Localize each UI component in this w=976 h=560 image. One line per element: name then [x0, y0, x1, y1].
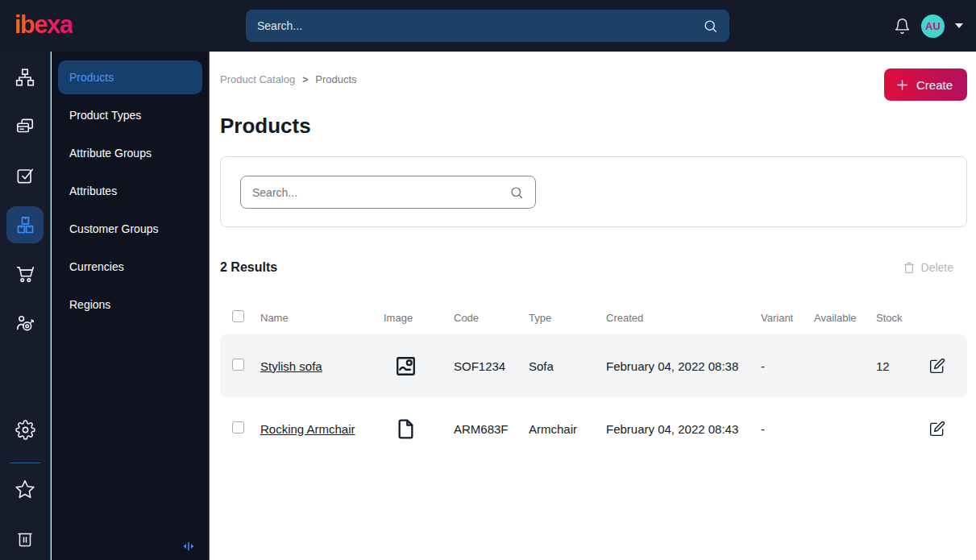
delete-button[interactable]: Delete [903, 261, 967, 274]
cart-icon [15, 263, 35, 284]
results-toolbar: 2 Results Delete [220, 255, 967, 280]
page-title: Products [220, 114, 967, 138]
table-header-row: Name Image Code Type Created Variant Ava… [220, 301, 967, 334]
bell-icon[interactable] [894, 18, 911, 35]
sidebar-item-product-types[interactable]: Product Types [58, 98, 202, 132]
gear-icon [15, 420, 35, 440]
breadcrumb-product-catalog[interactable]: Product Catalog [220, 73, 295, 85]
col-header-variant: Variant [761, 312, 814, 324]
table-row: Rocking Armchair ARM683F Armchair Februa… [220, 397, 967, 460]
row-checkbox[interactable] [232, 359, 244, 371]
results-count: 2 Results [220, 260, 277, 275]
table-row: Stylish sofa SOF1234 Sofa February 04, 2… [220, 334, 967, 397]
product-created: February 04, 2022 08:38 [606, 359, 761, 373]
edit-icon[interactable] [929, 358, 945, 374]
products-table: Name Image Code Type Created Variant Ava… [220, 301, 967, 460]
col-header-name: Name [260, 312, 384, 324]
trash-icon [903, 261, 916, 274]
col-header-type: Type [529, 312, 606, 324]
collapse-sidebar-icon[interactable] [181, 539, 196, 554]
product-search[interactable] [240, 176, 536, 209]
sidebar-item-customer-groups[interactable]: Customer Groups [58, 212, 202, 246]
star-icon [15, 479, 35, 500]
search-icon[interactable] [703, 19, 718, 34]
rail-divider [10, 463, 40, 463]
breadcrumb: Product Catalog > Products [220, 73, 357, 85]
create-button-label: Create [916, 78, 953, 92]
header-row: Product Catalog > Products Create [220, 52, 967, 101]
topbar-user-area: AU [894, 0, 963, 52]
sidebar-icon-rail [0, 52, 51, 560]
sidebar-item-bookmarks[interactable] [6, 471, 44, 508]
sidebar-item-products[interactable]: Products [58, 60, 202, 94]
avatar[interactable]: AU [921, 15, 945, 38]
select-all-checkbox[interactable] [232, 310, 244, 322]
product-created: February 04, 2022 08:43 [606, 422, 761, 436]
product-stock: 12 [876, 359, 924, 373]
tasks-check-icon [15, 165, 35, 186]
sidebar-item-regions[interactable]: Regions [58, 288, 202, 321]
product-name-link[interactable]: Stylish sofa [260, 359, 322, 373]
global-search-input[interactable] [257, 19, 703, 32]
ibexa-logo[interactable]: ibexa [15, 10, 73, 39]
breadcrumb-products[interactable]: Products [315, 73, 356, 85]
sidebar-item-attribute-groups[interactable]: Attribute Groups [58, 136, 202, 170]
sidebar-item-currencies[interactable]: Currencies [58, 250, 202, 284]
col-header-stock: Stock [876, 312, 924, 324]
secondary-sidebar: Products Product Types Attribute Groups … [52, 52, 210, 560]
sidebar-item-commerce[interactable] [6, 255, 44, 292]
delete-button-label: Delete [921, 261, 953, 274]
sidebar-item-trash[interactable] [6, 520, 44, 557]
chevron-down-icon[interactable] [955, 23, 963, 28]
sidebar-item-content-tree[interactable] [6, 59, 44, 96]
breadcrumb-separator: > [302, 74, 308, 85]
content-tree-icon [15, 67, 35, 88]
segment-target-icon [15, 313, 35, 334]
product-code: SOF1234 [454, 359, 529, 373]
sidebar-item-attributes[interactable]: Attributes [58, 174, 202, 208]
product-name-link[interactable]: Rocking Armchair [260, 422, 355, 436]
sidebar-item-segments[interactable] [6, 305, 44, 342]
col-header-image: Image [384, 312, 454, 324]
col-header-created: Created [606, 312, 761, 324]
col-header-available: Available [814, 312, 876, 324]
filter-card [220, 156, 967, 227]
product-code: ARM683F [454, 422, 529, 436]
product-type: Armchair [529, 422, 606, 436]
col-header-code: Code [454, 312, 529, 324]
file-icon [394, 417, 454, 441]
global-search[interactable] [246, 10, 729, 42]
product-variant: - [761, 359, 814, 373]
plus-icon [895, 78, 909, 92]
create-button[interactable]: Create [884, 68, 967, 101]
sidebar-item-tasks[interactable] [6, 157, 44, 194]
ibexa-admin-app: ibexa AU [0, 0, 976, 560]
product-search-input[interactable] [252, 186, 509, 199]
image-icon [394, 355, 454, 378]
main-content: Product Catalog > Products Create Produc… [210, 52, 976, 560]
sidebar-item-settings[interactable] [6, 411, 44, 448]
product-variant: - [761, 422, 814, 436]
product-boxes-icon [15, 214, 36, 236]
pages-icon [15, 116, 35, 137]
sidebar-item-product-catalog[interactable] [6, 206, 44, 243]
product-type: Sofa [529, 359, 606, 373]
trash-icon [15, 529, 35, 548]
sidebar-item-pages[interactable] [6, 108, 44, 145]
top-bar: ibexa AU [0, 0, 976, 52]
edit-icon[interactable] [929, 421, 945, 437]
row-checkbox[interactable] [232, 421, 244, 433]
search-icon [509, 185, 524, 200]
